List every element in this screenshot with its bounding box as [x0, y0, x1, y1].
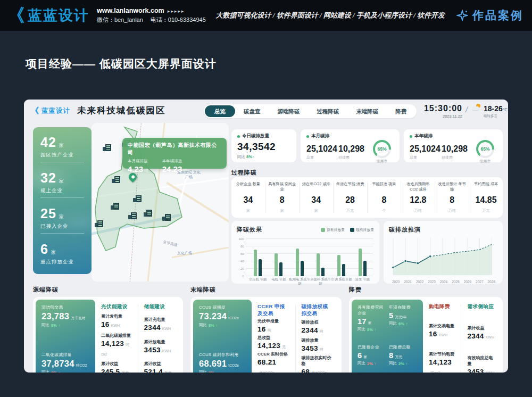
process-label: 年潜在节能 消费: [336, 181, 365, 192]
metric-label: 已降费企业: [358, 344, 386, 350]
metric-value: 3453: [467, 368, 484, 373]
stat-sub: 已使用: [442, 155, 473, 160]
metric-label: 碳排放权: [302, 319, 334, 325]
building-marker-icon[interactable]: [165, 214, 171, 221]
process-item: 节约用能 成本14.85万元: [469, 181, 503, 213]
metric-unit: KWH: [111, 324, 120, 327]
green-dot-icon: [410, 135, 412, 138]
building-marker-icon[interactable]: [97, 220, 103, 227]
building-marker-icon[interactable]: [136, 195, 142, 202]
line-chart-title: 碳排放推演: [389, 226, 421, 234]
bar-category-label: 空压机 节能: [247, 277, 269, 282]
arrow-icon: ↑: [216, 323, 218, 328]
building-marker-icon[interactable]: [131, 212, 137, 219]
legend-swatch-current: [350, 228, 354, 232]
stat-sub: 总量: [410, 155, 442, 160]
park-map[interactable]: 龙腾世纪 文化广场京平高速文化广场 中能国宏（葫芦岛）高新技术有限公司 本月碳排…: [92, 123, 229, 282]
process-item: 年潜在节能 消费28万元: [334, 181, 368, 213]
year-tick: 2023: [428, 280, 435, 284]
section-column: 储能建设累计充电量2344KWH累计放电量3453KWH累计收益521.4万元: [138, 300, 181, 373]
section-card: 具有降费空间企业17家同比8%↑年潜在降费5万元/年同比6%↑已降费企业6家同比…: [349, 297, 503, 373]
tab-item-3[interactable]: 过程降碳: [309, 105, 348, 117]
bottom-section-2: 降费具有降费空间企业17家同比8%↑年潜在降费5万元/年同比6%↑已降费企业6家…: [349, 286, 503, 373]
metric-delta: 同比2%↑: [41, 370, 89, 373]
header-contact-info: www.lanlanwork.com▸▸▸▸▸ 微信：ben_lanlan 电话…: [97, 7, 206, 24]
metric-value: 68.21: [257, 358, 276, 366]
building-marker-icon[interactable]: [146, 210, 152, 217]
bar-current: [301, 261, 304, 276]
clock: 15:30:00 2023.11.22: [422, 104, 462, 119]
metric: 总收益14,123元: [257, 335, 289, 350]
bar-original: [254, 250, 257, 276]
sidebar-stat: 25家已接入企业: [40, 204, 84, 234]
gradient-stat: 具有降费空间企业17家同比8%↑: [358, 304, 386, 341]
building-marker-icon[interactable]: [114, 176, 120, 183]
stat-value: 6: [40, 242, 48, 257]
column-header: 碳排放权模拟交易: [302, 303, 334, 317]
line-plot-svg: [389, 235, 496, 277]
metric-unit: tCO2e: [228, 316, 239, 320]
website-link[interactable]: www.lanlanwork.com▸▸▸▸▸: [97, 7, 206, 14]
green-dot-icon: [237, 135, 240, 138]
bar-category-label: 空调 系统节能: [330, 277, 353, 282]
process-item: 具有降碳 空间企业8家: [265, 181, 300, 213]
process-value: 8: [268, 195, 297, 205]
building-marker-icon[interactable]: [113, 203, 119, 210]
metric-value: 73.234: [199, 311, 227, 321]
column-header: 需求侧响应: [467, 303, 494, 310]
metric-value: 2344: [302, 326, 318, 334]
process-value: 14.85: [471, 195, 501, 205]
metric-delta: 同比6%↑: [389, 321, 417, 326]
legend-label: 现有排放量: [356, 227, 374, 233]
metric-value: 5: [389, 311, 393, 320]
dashboard-logo-icon: 《: [31, 106, 39, 116]
weather-desc: 晴转多云: [484, 114, 508, 119]
process-item: 分析企业 数量34家: [231, 181, 265, 213]
process-label: 具有降碳 空间企业: [268, 181, 297, 192]
bar-original: [359, 249, 362, 277]
bar-plot: 020406080100空压机 节能电机 节能配用电 系统节能水循环 系统节能空…: [237, 235, 374, 284]
year-tick: 2020: [392, 280, 400, 284]
stat-unit: 家: [59, 178, 64, 185]
tab-item-1[interactable]: 碳盘查: [235, 105, 269, 117]
site-logo[interactable]: 《 蓝蓝设计: [9, 6, 89, 25]
portfolio-button[interactable]: 作品案例: [456, 8, 523, 23]
bar-group: 水循环 系统节能: [317, 239, 325, 276]
dashboard-title: 未来科技城低碳园区: [77, 105, 166, 117]
sidebar-stats: 42家园区投产企业32家规上企业25家已接入企业6家重点排放企业: [33, 127, 92, 274]
metric-unit: 家: [368, 320, 372, 326]
gradient-stat: 已降费总额8万元同比2%↑: [389, 344, 417, 373]
year-tick: 2022: [416, 280, 423, 284]
green-dot-icon: [306, 135, 309, 138]
metric-value: 521.4: [144, 368, 163, 373]
tab-item-4[interactable]: 末端降碳: [348, 105, 387, 117]
section-title: 降费: [349, 286, 503, 294]
card-label: 本月碳排: [311, 133, 329, 139]
metric-value: 16: [101, 320, 110, 328]
metric-value: 2344: [467, 332, 484, 340]
month-emission-label: 本月碳排放: [128, 159, 148, 164]
clock-date: 2023.11.22: [422, 114, 462, 119]
stat-value: 25,1024: [410, 144, 442, 154]
building-marker-icon[interactable]: [105, 144, 111, 151]
tab-item-2[interactable]: 源端降碳: [269, 105, 309, 117]
arrow-icon: ↑: [59, 370, 61, 373]
sun-cloud-icon: [472, 104, 481, 112]
stat-unit: 家: [59, 213, 64, 220]
legend-swatch-original: [321, 228, 325, 232]
emission-projection-panel: 碳排放推演 2020202120222023202420252026202720…: [384, 221, 503, 284]
metric-value: 23,783: [41, 311, 69, 321]
card-delta: 同比 8%↑: [237, 154, 290, 160]
process-value: 28: [336, 195, 365, 205]
arrow-icon: ↓: [216, 370, 218, 373]
metric-delta: 同比8%↑: [358, 327, 386, 332]
gradient-panel: CCUS 碳捕捉73.234tCO2e同比8%↑CCUS 碳封存和利用68.69…: [193, 300, 252, 373]
today-emission-card: 今日碳排放量 34,3542 同比 8%↑: [231, 129, 296, 162]
tab-item-5[interactable]: 降费: [387, 105, 415, 117]
process-value: 12.8: [403, 195, 433, 205]
process-unit: 家: [302, 208, 331, 213]
metric-value: 17: [358, 317, 367, 326]
metric-label: 光伏申报量: [257, 318, 289, 324]
metric-value: 37,8734: [41, 359, 74, 369]
tab-item-0[interactable]: 总览: [205, 105, 235, 117]
